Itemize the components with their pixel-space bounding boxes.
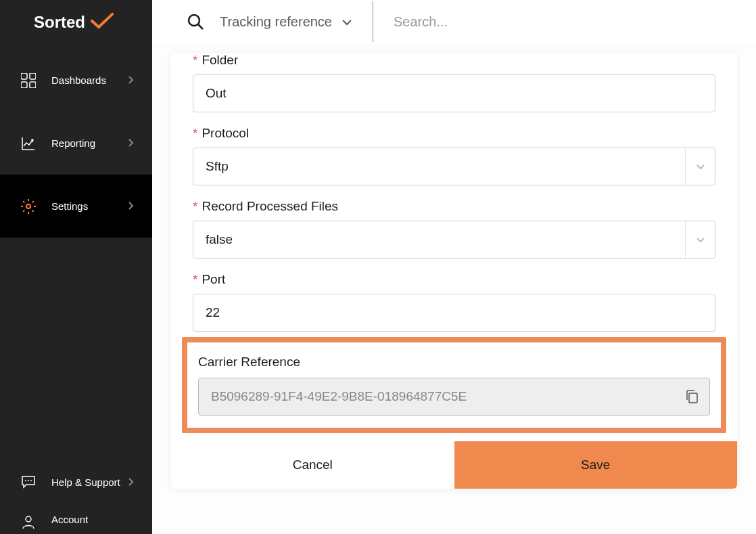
sidebar-item-label: Reporting [51,137,128,149]
chevron-down-icon [685,221,715,258]
required-mark: * [193,199,197,213]
folder-label: *Folder [193,53,715,68]
record-processed-value: false [206,232,233,247]
svg-rect-1 [30,73,36,79]
top-bar: Tracking reference [152,0,756,43]
carrier-reference-highlight: Carrier Reference B5096289-91F4-49E2-9B8… [182,337,726,433]
svg-point-6 [28,480,29,481]
protocol-value: Sftp [206,159,229,174]
content: *Folder *Protocol Sftp [152,43,756,534]
cancel-button[interactable]: Cancel [171,441,454,489]
svg-point-7 [30,480,32,481]
dashboard-icon [20,72,37,89]
svg-rect-2 [21,82,27,88]
sidebar-item-label: Settings [51,200,128,212]
port-input[interactable] [193,294,715,332]
reporting-icon [20,135,37,152]
form-group-record-processed: *Record Processed Files false [193,199,715,259]
chevron-right-icon [128,138,139,149]
filter-label: Tracking reference [220,14,332,30]
sidebar-item-label: Dashboards [51,74,128,86]
port-label: *Port [193,272,715,287]
search-icon [186,12,205,31]
form-group-folder: *Folder [193,53,715,112]
carrier-reference-label: Carrier Reference [198,355,710,370]
account-icon [20,514,37,530]
save-button[interactable]: Save [454,441,738,489]
sidebar: Sorted Dashboards [0,0,152,534]
protocol-select[interactable]: Sftp [193,148,715,185]
svg-rect-0 [21,73,27,79]
brand-name: Sorted [34,13,85,32]
sidebar-item-dashboards[interactable]: Dashboards [0,49,152,112]
svg-point-8 [26,516,31,522]
folder-input[interactable] [193,74,715,112]
sidebar-item-help[interactable]: Help & Support [0,451,152,514]
chevron-right-icon [128,75,139,86]
sidebar-item-account[interactable]: Account [0,514,152,534]
form-group-protocol: *Protocol Sftp [193,126,715,185]
form-group-port: *Port [193,272,715,332]
button-row: Cancel Save [171,441,737,489]
required-mark: * [193,272,197,286]
brand-check-icon [91,12,114,32]
carrier-reference-value: B5096289-91F4-49E2-9B8E-018964877C5E [211,389,467,404]
svg-rect-10 [689,393,697,403]
required-mark: * [193,53,197,67]
record-processed-select[interactable]: false [193,221,715,259]
chat-icon [20,474,37,491]
copy-icon[interactable] [685,389,700,404]
sidebar-item-settings[interactable]: Settings [0,175,152,238]
nav-footer: Help & Support Account [0,451,152,534]
chevron-down-icon [341,14,352,30]
svg-rect-3 [30,82,36,88]
svg-point-9 [189,15,199,26]
brand-logo: Sorted [0,0,152,49]
chevron-right-icon [128,477,139,488]
sidebar-item-label: Account [51,514,139,525]
sidebar-item-label: Help & Support [51,476,128,488]
chevron-down-icon [685,148,715,185]
carrier-reference-readonly: B5096289-91F4-49E2-9B8E-018964877C5E [198,378,710,416]
main: Tracking reference *Folder *Protocol [152,0,756,534]
svg-point-5 [25,480,26,481]
filter-dropdown[interactable]: Tracking reference [220,1,373,42]
sidebar-item-reporting[interactable]: Reporting [0,112,152,175]
chevron-right-icon [128,201,139,212]
svg-point-4 [26,204,30,208]
required-mark: * [193,126,197,140]
record-processed-label: *Record Processed Files [193,199,715,214]
form-card: *Folder *Protocol Sftp [171,53,737,489]
gear-icon [20,198,37,215]
search-input[interactable] [373,14,756,30]
nav-main: Dashboards Reporting [0,49,152,451]
protocol-label: *Protocol [193,126,715,141]
